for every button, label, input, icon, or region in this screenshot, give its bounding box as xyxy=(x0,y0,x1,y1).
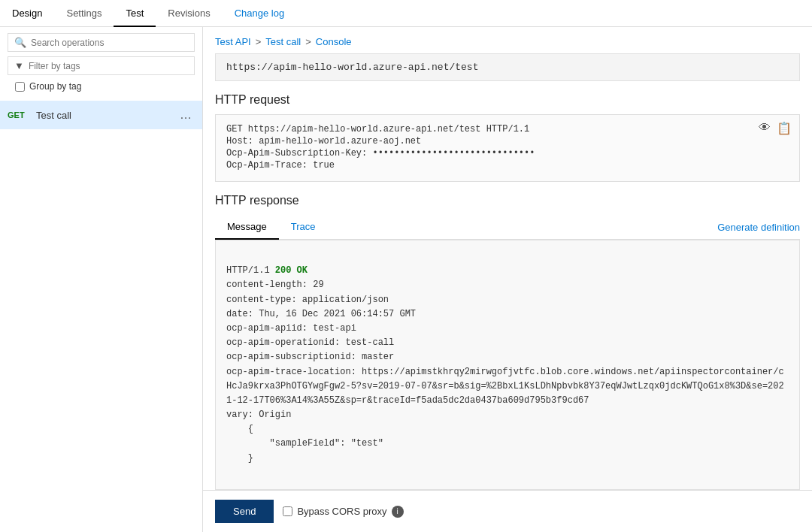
breadcrumb-sep-1: > xyxy=(256,36,262,47)
breadcrumb-sep-2: > xyxy=(305,36,311,47)
subscription-key-value: •••••••••••••••••••••••••••••• xyxy=(367,148,535,159)
http-request-title: HTTP request xyxy=(215,93,800,107)
response-line-3: date: Thu, 16 Dec 2021 06:14:57 GMT xyxy=(226,309,416,319)
ellipsis-button[interactable]: … xyxy=(177,107,195,123)
response-tabs: Message Trace Generate definition xyxy=(215,215,800,240)
http-response-section: HTTP response Message Trace Generate def… xyxy=(215,194,800,490)
group-by-tag-checkbox[interactable] xyxy=(15,82,25,92)
content-scroll: HTTP request 👁 📋 GET https://apim-hello-… xyxy=(203,90,812,490)
copy-icon[interactable]: 📋 xyxy=(777,121,792,136)
response-line-11: } xyxy=(226,453,253,464)
response-line-8: vary: Origin xyxy=(226,410,291,420)
breadcrumb-part-1[interactable]: Test API xyxy=(215,36,251,47)
bypass-cors-wrapper: Bypass CORS proxy i xyxy=(283,506,403,518)
http-response-title: HTTP response xyxy=(215,194,800,207)
request-line-1: GET https://apim-hello-world.azure-api.n… xyxy=(226,124,789,135)
sidebar-item-test-call[interactable]: GET Test call … xyxy=(0,101,202,129)
group-by-tag-label: Group by tag xyxy=(29,81,81,92)
request-line-4: Ocp-Apim-Trace: true xyxy=(226,160,789,171)
url-bar: https://apim-hello-world.azure-api.net/t… xyxy=(215,53,800,81)
tab-trace[interactable]: Trace xyxy=(279,215,328,240)
generate-definition-link[interactable]: Generate definition xyxy=(717,216,800,239)
response-line-1: content-length: 29 xyxy=(226,280,324,290)
filter-icon: ▼ xyxy=(14,60,24,71)
filter-input[interactable] xyxy=(29,61,188,71)
eye-icon[interactable]: 👁 xyxy=(759,121,771,136)
group-by-tag-row: Group by tag xyxy=(8,80,195,98)
response-line-5: ocp-apim-operationid: test-call xyxy=(226,337,394,348)
response-status-code: 200 OK xyxy=(275,265,308,276)
response-status-prefix: HTTP/1.1 xyxy=(226,265,275,276)
request-box-icons: 👁 📋 xyxy=(759,121,792,136)
breadcrumb-part-2[interactable]: Test call xyxy=(265,36,301,47)
search-input[interactable] xyxy=(31,38,188,48)
request-box: 👁 📋 GET https://apim-hello-world.azure-a… xyxy=(215,114,800,182)
request-line-3: Ocp-Apim-Subscription-Key: •••••••••••••… xyxy=(226,148,789,159)
response-line-10: "sampleField": "test" xyxy=(226,438,383,449)
response-line-9: { xyxy=(226,424,253,434)
response-line-4: ocp-apim-apiid: test-api xyxy=(226,323,356,334)
send-button[interactable]: Send xyxy=(215,500,274,523)
response-body: HTTP/1.1 200 OK content-length: 29 conte… xyxy=(215,240,800,490)
subscription-key-label: Ocp-Apim-Subscription-Key: xyxy=(226,148,367,159)
sidebar-item-name: Test call xyxy=(36,110,171,121)
sidebar: 🔍 ▼ Group by tag GET Test call … xyxy=(0,27,203,532)
tab-design[interactable]: Design xyxy=(0,0,54,27)
tab-changelog[interactable]: Change log xyxy=(223,0,297,27)
top-nav: Design Settings Test Revisions Change lo… xyxy=(0,0,812,27)
tab-message[interactable]: Message xyxy=(215,215,279,240)
search-icon: 🔍 xyxy=(14,37,26,48)
tab-revisions[interactable]: Revisions xyxy=(156,0,222,27)
info-icon[interactable]: i xyxy=(392,506,404,518)
http-request-section: HTTP request 👁 📋 GET https://apim-hello-… xyxy=(215,93,800,182)
breadcrumb: Test API > Test call > Console xyxy=(203,27,812,53)
breadcrumb-part-3[interactable]: Console xyxy=(316,36,352,47)
filter-input-wrapper[interactable]: ▼ xyxy=(8,56,195,75)
response-line-6: ocp-apim-subscriptionid: master xyxy=(226,352,394,362)
bypass-cors-checkbox[interactable] xyxy=(283,506,292,516)
tab-test[interactable]: Test xyxy=(114,0,156,27)
response-line-2: content-type: application/json xyxy=(226,295,389,305)
bottom-bar: Send Bypass CORS proxy i xyxy=(203,490,812,532)
search-input-wrapper[interactable]: 🔍 xyxy=(8,33,195,52)
response-line-7: ocp-apim-trace-location: https://apimstk… xyxy=(226,367,784,406)
bypass-cors-label: Bypass CORS proxy xyxy=(297,506,386,517)
request-line-2: Host: apim-hello-world.azure-aoj.net xyxy=(226,136,789,147)
sidebar-list: GET Test call … xyxy=(0,101,202,532)
method-badge-get: GET xyxy=(8,110,30,119)
content-area: Test API > Test call > Console https://a… xyxy=(203,27,812,532)
main-layout: 🔍 ▼ Group by tag GET Test call … Test AP… xyxy=(0,27,812,532)
tab-settings[interactable]: Settings xyxy=(54,0,114,27)
sidebar-search-area: 🔍 ▼ Group by tag xyxy=(0,27,202,101)
